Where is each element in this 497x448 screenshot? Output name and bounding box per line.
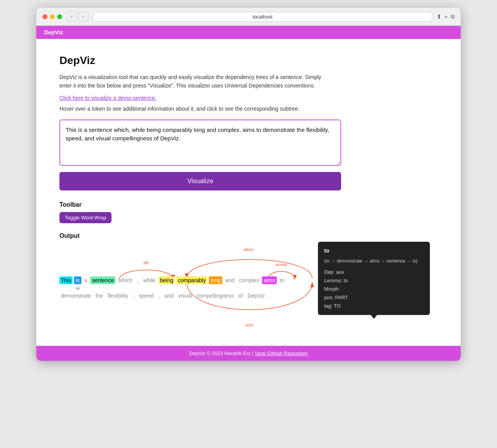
word-a[interactable]: a <box>83 276 89 284</box>
svg-text:relcl: relcl <box>245 323 253 327</box>
traffic-lights <box>42 14 62 19</box>
browser-window: ‹ › localhost ⬆ + ⧉ DepViz DepViz DepViz… <box>36 8 461 361</box>
svg-marker-3 <box>310 282 314 287</box>
word-which[interactable]: which <box>117 276 134 284</box>
tooltip-pos: pos: PART <box>324 293 424 302</box>
svg-marker-7 <box>293 275 297 280</box>
word-this[interactable]: This <box>59 276 73 284</box>
word-comma3: , <box>157 292 161 300</box>
word-while[interactable]: while <box>142 276 157 284</box>
hover-hint: Hover over a token to see additional inf… <box>59 106 438 112</box>
tooltip-dep: Dep: aux <box>324 268 424 276</box>
word-the[interactable]: the <box>94 292 105 300</box>
app-body: DepViz DepViz is a visualization tool th… <box>36 39 461 346</box>
new-tab-button[interactable]: + <box>445 13 448 20</box>
word-being[interactable]: being <box>159 276 175 284</box>
sentence-input[interactable]: This is a sentence which, while being co… <box>59 120 341 166</box>
word-to[interactable]: to <box>278 276 286 284</box>
maximize-button[interactable] <box>57 14 62 19</box>
svg-text:acomp: acomp <box>276 263 287 267</box>
words-row1: This is ntr a sentence which , while bei… <box>59 269 286 284</box>
word-speed[interactable]: speed <box>137 292 155 300</box>
share-button[interactable]: ⬆ <box>437 13 441 20</box>
toolbar-label: Toolbar <box>59 201 438 208</box>
word-long[interactable]: long <box>209 276 222 284</box>
visualize-button[interactable]: Visualize <box>59 172 341 190</box>
output-section: Output advcl relcl attr <box>59 232 438 330</box>
nav-buttons: ‹ › <box>67 12 88 22</box>
minimize-button[interactable] <box>50 14 55 19</box>
word-period: . <box>268 292 272 300</box>
app-footer: DepViz © 2023 Hendrik Erz | View GitHub … <box>36 346 461 361</box>
tooltip-lemma: Lemma: to <box>324 276 424 285</box>
output-label: Output <box>59 232 438 239</box>
word-flexibility[interactable]: flexibility <box>106 292 130 300</box>
footer-text: DepViz © 2023 Hendrik Erz | <box>189 350 255 356</box>
word-of[interactable]: of <box>237 292 245 300</box>
word-demonstrate[interactable]: demonstrate <box>59 292 93 300</box>
tooltip-path: (to → demonstrate → aims → sentence → is… <box>324 257 424 265</box>
word-complex[interactable]: complex <box>237 276 260 284</box>
browser-chrome: ‹ › localhost ⬆ + ⧉ <box>36 8 461 26</box>
toolbar-section: Toolbar Toggle Word Wrap <box>59 201 438 223</box>
demo-link[interactable]: Click here to visualize a demo-sentence. <box>59 95 438 101</box>
svg-text:attr: attr <box>144 261 149 265</box>
word-aims[interactable]: aims <box>262 276 277 284</box>
word-depviz[interactable]: DepViz <box>246 292 266 300</box>
word-and[interactable]: and <box>224 276 236 284</box>
nav-forward-button[interactable]: › <box>78 12 88 22</box>
word-visual[interactable]: visual <box>177 292 194 300</box>
tooltip-title: to <box>324 246 424 256</box>
tooltip-morph: Morph: <box>324 285 424 293</box>
nav-back-button[interactable]: ‹ <box>67 12 77 22</box>
github-link[interactable]: View GitHub Repository <box>255 350 308 356</box>
word-comparably[interactable]: comparably <box>176 276 207 284</box>
words-row2: demonstrate the flexibility , speed , an… <box>59 292 272 300</box>
word-compellingness[interactable]: compellingness <box>195 292 235 300</box>
page-description: DepViz is a visualization tool that can … <box>59 73 330 90</box>
svg-text:advcl: advcl <box>243 247 254 252</box>
toggle-word-wrap-button[interactable]: Toggle Word Wrap <box>59 212 112 223</box>
word-and2[interactable]: and <box>163 292 175 300</box>
word-comma2: , <box>131 292 136 300</box>
token-tooltip: to (to → demonstrate → aims → sentence →… <box>318 242 430 315</box>
close-button[interactable] <box>42 14 47 19</box>
output-area: advcl relcl attr acomp <box>59 246 438 330</box>
word-is[interactable]: is ntr <box>74 276 81 284</box>
app-header-title: DepViz <box>44 29 63 35</box>
word-comma1: , <box>135 276 140 284</box>
tooltip-tag: tag: TO <box>324 302 424 310</box>
page-title: DepViz <box>59 54 438 67</box>
browser-actions: ⬆ + ⧉ <box>437 13 455 20</box>
word-sentence[interactable]: sentence <box>90 276 115 284</box>
tooltip-arrow <box>371 315 377 319</box>
address-bar[interactable]: localhost <box>93 12 432 22</box>
sidebar-button[interactable]: ⧉ <box>451 13 455 20</box>
app-header: DepViz <box>36 26 461 39</box>
